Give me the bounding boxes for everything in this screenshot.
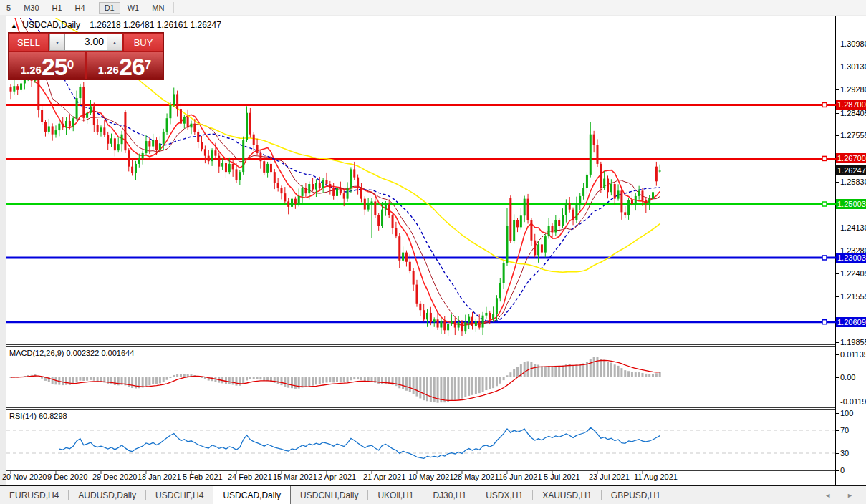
chart-symbol: USDCAD,Daily: [22, 20, 80, 30]
chart-tab-gbpusd[interactable]: GBPUSD,H1: [602, 486, 670, 504]
chart-title: ▲ USDCAD,Daily 1.26218 1.26481 1.26161 1…: [11, 20, 221, 30]
chart-tab-usdcnh[interactable]: USDCNH,Daily: [291, 486, 367, 504]
axis-tick: [836, 453, 839, 454]
date-label: 9 Dec 2020: [47, 472, 87, 481]
price-tick-label: 1.21555: [840, 292, 866, 301]
rsi-axis-label: 0: [840, 466, 845, 475]
toolbar-separator: [95, 2, 95, 13]
buy-button[interactable]: BUY: [124, 34, 163, 51]
axis-tick: [836, 430, 839, 431]
date-label: 29 Dec 2020: [92, 472, 137, 481]
timeframe-button-mn[interactable]: MN: [146, 2, 170, 14]
timeframe-button-h1[interactable]: H1: [47, 2, 68, 14]
price-tick-label: 1.25830: [840, 178, 866, 186]
sell-button[interactable]: SELL: [9, 34, 48, 51]
collapse-panel-icon[interactable]: ▲: [11, 22, 17, 29]
axis-tick: [836, 402, 839, 402]
volume-decrease-button[interactable]: ▼: [49, 34, 65, 51]
bid-price-pip: 0: [67, 52, 74, 79]
axis-tick: [836, 413, 839, 414]
date-label: 10 May 2021: [408, 472, 454, 481]
price-level-badge: 1.28700: [836, 100, 866, 110]
timeframe-button-w1[interactable]: W1: [122, 2, 145, 14]
date-label: 21 Apr 2021: [363, 472, 405, 481]
date-label: 2 Apr 2021: [318, 472, 356, 481]
rsi-axis-label: 100: [840, 409, 853, 417]
price-tick-label: 1.24130: [840, 223, 866, 232]
timeframe-button-m30[interactable]: M30: [18, 2, 44, 14]
axis-tick: [836, 354, 839, 355]
tab-scroll-left-icon[interactable]: ◄: [824, 492, 831, 499]
chart-tab-usdx[interactable]: USDX,H1: [476, 486, 532, 504]
chart-tab-usdchf[interactable]: USDCHF,H4: [146, 486, 213, 504]
price-tick-label: 1.30130: [840, 62, 866, 71]
date-label: 16 Jun 2021: [499, 472, 542, 481]
toolbar-separator: [173, 2, 174, 13]
price-level-badge: 1.25003: [836, 199, 866, 209]
timeframe-button-h4[interactable]: H4: [69, 2, 91, 14]
chart-tab-ukoil[interactable]: UKOil,H1: [368, 486, 423, 504]
axis-tick: [836, 228, 839, 228]
ask-price-prefix: 1.26: [98, 63, 119, 77]
axis-tick: [836, 135, 839, 136]
axis-tick: [836, 273, 839, 274]
tab-scroll-right-icon[interactable]: ►: [847, 492, 853, 499]
axis-tick: [836, 377, 839, 378]
chart-tab-usdcad[interactable]: USDCAD,Daily: [213, 486, 291, 504]
date-label: 15 Mar 2021: [273, 472, 317, 481]
axis-tick: [836, 182, 839, 183]
timeframe-toolbar: 5M30H1H4D1W1MN: [0, 0, 866, 15]
price-tick-label: 1.29280: [840, 85, 866, 94]
chart-canvas[interactable]: [6, 16, 836, 485]
buy-price-box[interactable]: 1.26267: [87, 52, 163, 79]
chart-ohlc-values: 1.26218 1.26481 1.26161 1.26247: [90, 20, 221, 30]
price-level-badge: 1.26247: [836, 165, 866, 175]
date-label: 5 Feb 2021: [183, 472, 223, 481]
price-level-badge: 1.23003: [836, 253, 866, 263]
chart-tab-dj30[interactable]: DJ30,H1: [423, 486, 476, 504]
chart-tab-eurusd[interactable]: EURUSD,H4: [0, 486, 68, 504]
price-tick-label: 1.19855: [840, 338, 866, 346]
axis-tick: [836, 470, 839, 471]
price-level-badge: 1.26700: [836, 153, 866, 163]
rsi-axis-label: 70: [840, 426, 849, 435]
price-tick-label: 1.27555: [840, 131, 866, 140]
date-label: 24 Feb 2021: [228, 472, 272, 481]
volume-input[interactable]: 3.00: [65, 34, 107, 51]
axis-tick: [836, 251, 839, 251]
date-label: 28 May 2021: [453, 472, 499, 481]
axis-tick: [836, 113, 839, 114]
timeframe-button-5[interactable]: 5: [1, 2, 16, 14]
date-label: 5 Jul 2021: [544, 472, 580, 481]
chart-tab-audusd[interactable]: AUDUSD,Daily: [69, 486, 145, 504]
price-tick-label: 1.30980: [840, 39, 866, 48]
axis-tick: [836, 296, 839, 297]
chart-window: ▲ USDCAD,Daily 1.26218 1.26481 1.26161 1…: [6, 16, 836, 485]
date-label: 23 Jul 2021: [589, 472, 630, 481]
macd-axis-label: -0.011904: [840, 397, 866, 406]
rsi-axis-label: 30: [840, 449, 849, 457]
timeframe-button-d1[interactable]: D1: [99, 2, 120, 14]
date-label: 11 Aug 2021: [634, 472, 678, 481]
axis-tick: [836, 67, 839, 67]
macd-axis-label: 0.01135: [840, 350, 866, 359]
price-tick-label: 1.28405: [840, 109, 866, 117]
date-label: 18 Jan 2021: [138, 472, 181, 481]
ask-price-main: 26: [119, 56, 145, 77]
price-axis: 1.309801.301301.292801.284051.275551.258…: [836, 16, 866, 485]
axis-tick: [836, 89, 839, 90]
volume-increase-button[interactable]: ▲: [107, 34, 122, 51]
volume-spinner: ▼ 3.00 ▲: [49, 34, 122, 51]
bid-price-main: 25: [42, 56, 67, 77]
sell-price-box[interactable]: 1.26250: [9, 52, 85, 79]
chart-tab-bar: EURUSD,H4AUDUSD,DailyUSDCHF,H4USDCAD,Dai…: [0, 485, 866, 504]
one-click-trading-panel: SELL ▼ 3.00 ▲ BUY 1.26250 1.26267: [8, 32, 164, 80]
price-tick-label: 1.22405: [840, 269, 866, 278]
axis-tick: [836, 44, 839, 44]
axis-tick: [836, 342, 839, 343]
macd-indicator-label: MACD(12,26,9) 0.002322 0.001644: [9, 349, 134, 357]
chart-tab-xauusd[interactable]: XAUUSD,H1: [533, 486, 601, 504]
date-label: 20 Nov 2020: [2, 472, 47, 481]
bid-price-prefix: 1.26: [21, 63, 42, 77]
ask-price-pip: 7: [145, 52, 151, 79]
